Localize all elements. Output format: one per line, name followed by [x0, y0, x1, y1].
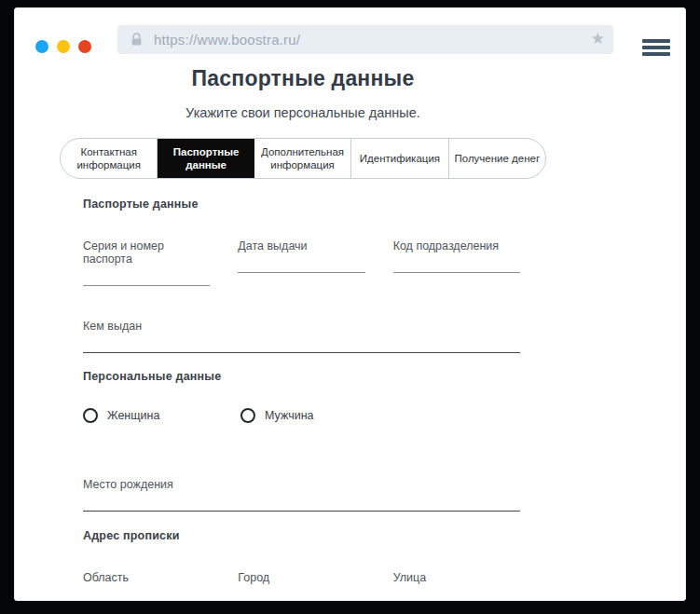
page-title: Паспортные данные: [60, 66, 546, 91]
street-field: Улица: [393, 571, 520, 584]
region-label: Область: [83, 571, 210, 584]
hamburger-menu-icon[interactable]: [642, 39, 670, 56]
tab-contact-info[interactable]: Контактная информация: [61, 139, 158, 178]
gender-female-option[interactable]: Женщина: [83, 408, 159, 423]
passport-section-title: Паспортые данные: [83, 198, 199, 211]
tab-passport-data[interactable]: Паспортные данные: [158, 139, 254, 178]
issue-date-label: Дата выдачи: [238, 239, 364, 252]
issued-by-field: Кем выдан: [83, 320, 520, 353]
form-steps-tabbar: Контактная информация Паспортные данные …: [60, 138, 546, 179]
birthplace-label: Место рождения: [83, 478, 520, 491]
browser-window: https://www.boostra.ru/ ★ Паспортные дан…: [14, 7, 686, 601]
tab-identification[interactable]: Идентификация: [351, 139, 448, 178]
passport-series-label: Серия и номер паспорта: [83, 239, 210, 266]
issue-date-input[interactable]: [238, 253, 364, 273]
personal-section-title: Персональные данные: [83, 370, 221, 383]
tab-money-receipt[interactable]: Получение денег: [449, 139, 545, 178]
division-code-input[interactable]: [393, 253, 520, 273]
gender-male-label: Мужчина: [265, 409, 314, 422]
gender-male-radio[interactable]: [240, 408, 255, 423]
address-section-title: Адрес прописки: [83, 529, 180, 542]
region-field: Область: [83, 571, 210, 584]
passport-series-input[interactable]: [83, 266, 210, 286]
page-content: Паспортные данные Укажите свои персональ…: [60, 8, 546, 600]
issued-by-label: Кем выдан: [83, 320, 520, 333]
window-dot-blue[interactable]: [35, 40, 48, 53]
division-code-label: Код подразделения: [393, 239, 520, 252]
gender-female-label: Женщина: [107, 409, 159, 422]
birthplace-field: Место рождения: [83, 478, 520, 512]
city-label: Город: [238, 571, 364, 584]
gender-male-option[interactable]: Мужчина: [240, 408, 314, 423]
gender-female-radio[interactable]: [83, 408, 98, 423]
birthplace-input[interactable]: [83, 492, 520, 512]
page-subtitle: Укажите свои персональные данные.: [60, 105, 546, 120]
issued-by-input[interactable]: [83, 334, 520, 353]
passport-series-field: Серия и номер паспорта: [83, 239, 210, 286]
city-field: Город: [238, 571, 364, 584]
star-bookmark-icon[interactable]: ★: [591, 29, 605, 49]
street-label: Улица: [393, 571, 520, 584]
issue-date-field: Дата выдачи: [238, 239, 364, 286]
division-code-field: Код подразделения: [393, 239, 520, 286]
tab-additional-info[interactable]: Дополнительная информация: [254, 139, 351, 178]
